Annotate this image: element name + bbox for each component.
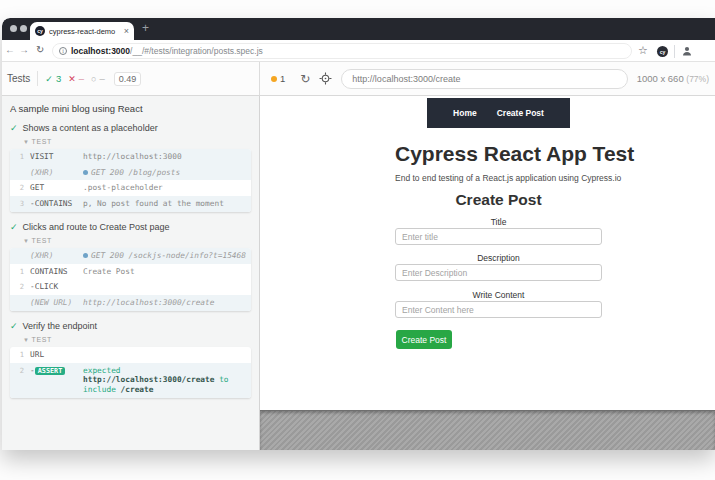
rerun-tests-icon[interactable]: ↻ [300,72,310,86]
pass-check-icon: ✓ [10,123,18,133]
passed-count: ✓3 [45,73,61,84]
command-row-xhr[interactable]: (XHR) GET 200 /sockjs-node/info?t=154686… [10,248,251,264]
description-input[interactable] [395,264,602,281]
bookmark-star-icon[interactable]: ☆ [638,44,648,57]
command-row[interactable]: 2 GET .post-placeholder [10,180,251,196]
new-tab-button[interactable]: + [142,21,149,35]
tab-close-icon[interactable]: × [124,27,129,36]
app-under-test: Home Create Post Cypress React App Test … [260,96,715,411]
pending-count: ○– [91,73,105,84]
page-url: localhost:3000/__/#/tests/integration/po… [71,46,263,56]
test-block: ✓ Shows a content as a placeholder ▼TEST… [10,123,251,212]
runner-header: Tests ✓3 ✕– ○– 0.49 1 ↻ http://localhost… [2,62,715,96]
nav-link-create-post[interactable]: Create Post [497,108,544,118]
aut-url-field[interactable]: http://localhost:3000/create [341,69,627,89]
failed-count: ✕– [68,73,84,84]
command-box: 1 URL 2 -ASSERT expected http://localhos… [10,347,251,398]
assert-badge: ASSERT [35,367,66,375]
app-heading: Cypress React App Test [395,142,602,166]
test-section-toggle[interactable]: ▼TEST [23,138,251,145]
app-navbar: Home Create Post [427,98,570,128]
fail-x-icon: ✕ [68,74,76,84]
description-label: Description [395,253,602,263]
command-row[interactable]: 3 -CONTAINS p, No post found at the mome… [10,196,251,212]
caret-down-icon: ▼ [23,238,30,244]
command-row[interactable]: 1 CONTAINS Create Post [10,264,251,280]
caret-down-icon: ▼ [23,337,30,343]
command-row[interactable]: (NEW URL) http://localhost:3000/create [10,295,251,311]
caret-down-icon: ▼ [23,139,30,145]
title-input[interactable] [395,228,602,245]
pass-check-icon: ✓ [45,74,53,84]
runner-controls: 1 ↻ http://localhost:3000/create 1000 x … [260,62,715,95]
suite-title[interactable]: A sample mini blog using React [10,103,251,114]
form-title: Create Post [395,191,602,209]
address-bar[interactable]: i localhost:3000/__/#/tests/integration/… [52,43,632,59]
tests-label[interactable]: Tests [7,73,30,84]
browser-tab[interactable]: cy cypress-react-demo × [30,22,134,40]
forward-icon[interactable]: → [19,44,29,55]
toolbar-divider [674,45,675,58]
minimize-window-icon[interactable] [20,25,27,32]
create-post-button[interactable]: Create Post [396,330,452,349]
pass-check-icon: ✓ [10,321,18,331]
viewport-overflow-texture [260,410,715,450]
command-row-xhr[interactable]: (XHR) GET 200 /blog/posts [10,165,251,181]
reload-icon[interactable]: ↻ [36,44,44,55]
browser-window: cy cypress-react-demo × + ← → ↻ i localh… [2,18,715,450]
run-duration: 0.49 [114,72,142,86]
back-icon[interactable]: ← [5,44,15,55]
viewport-size: 1000 x 660 (77%) [637,73,709,84]
test-section-toggle[interactable]: ▼TEST [23,336,251,343]
xhr-dot-icon [83,253,88,258]
test-title[interactable]: ✓ Clicks and route to Create Post page [10,222,251,232]
command-box: 1 VISIT http://localhost:3000 (XHR) GET … [10,149,251,212]
browser-toolbar: ← → ↻ i localhost:3000/__/#/tests/integr… [2,40,715,62]
profile-icon[interactable] [681,45,693,59]
test-title[interactable]: ✓ Shows a content as a placeholder [10,123,251,133]
orange-dot-icon [271,76,277,82]
test-block: ✓ Verify the endpoint ▼TEST 1 URL 2 -ASS… [10,321,251,398]
cypress-extension-icon[interactable]: cy [657,46,668,57]
runner-stats: Tests ✓3 ✕– ○– 0.49 [2,62,260,95]
close-window-icon[interactable] [10,25,17,32]
test-section-toggle[interactable]: ▼TEST [23,237,251,244]
command-box: (XHR) GET 200 /sockjs-node/info?t=154686… [10,248,251,311]
app-subheading: End to end testing of a React.js applica… [395,173,602,183]
runner-main: A sample mini blog using React ✓ Shows a… [2,96,715,450]
selector-playground-icon[interactable] [319,72,332,85]
content-input[interactable] [395,301,602,318]
runner-warning-indicator: 1 [271,73,285,84]
pass-check-icon: ✓ [10,222,18,232]
xhr-dot-icon [83,170,88,175]
test-title[interactable]: ✓ Verify the endpoint [10,321,251,331]
command-row[interactable]: 1 URL [10,347,251,363]
page-info-icon[interactable]: i [59,47,67,55]
divider [37,71,38,86]
command-row[interactable]: 2 -CLICK [10,279,251,295]
command-log: A sample mini blog using React ✓ Shows a… [2,96,260,450]
pending-circle-icon: ○ [91,74,96,84]
tab-title: cypress-react-demo [49,27,120,36]
nav-link-home[interactable]: Home [453,108,477,118]
content-label: Write Content [395,290,602,300]
command-row[interactable]: 1 VISIT http://localhost:3000 [10,149,251,165]
tab-bar: cy cypress-react-demo × + [2,18,715,40]
test-block: ✓ Clicks and route to Create Post page ▼… [10,222,251,311]
title-label: Title [395,217,602,227]
cypress-favicon-icon: cy [35,26,45,36]
command-row-assert[interactable]: 2 -ASSERT expected http://localhost:3000… [10,363,251,398]
